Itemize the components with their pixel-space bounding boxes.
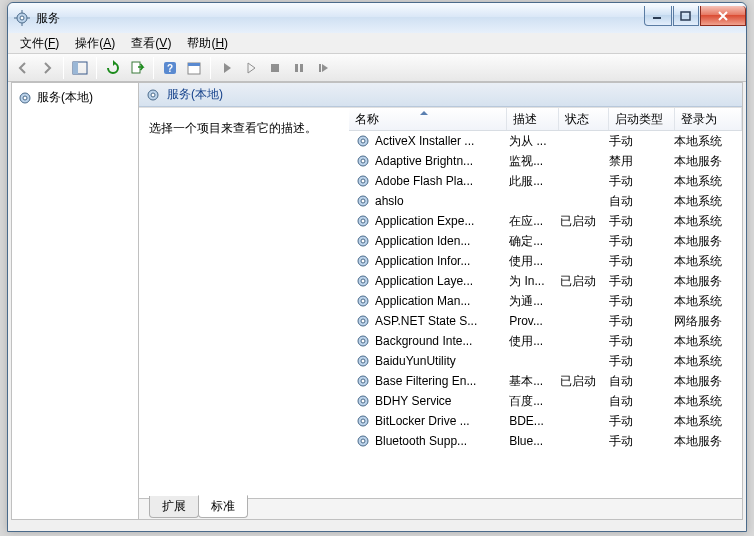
svg-rect-7 bbox=[681, 12, 690, 20]
service-row[interactable]: Adobe Flash Pla...此服...手动本地系统 bbox=[349, 171, 742, 191]
svg-rect-6 bbox=[653, 17, 661, 19]
col-name[interactable]: 名称 bbox=[349, 108, 507, 130]
svg-point-52 bbox=[361, 419, 365, 423]
menu-help[interactable]: 帮助(H) bbox=[179, 33, 236, 54]
stop-service-button[interactable] bbox=[263, 56, 287, 80]
tabs: 扩展 标准 bbox=[139, 498, 742, 519]
col-logon[interactable]: 登录为 bbox=[675, 108, 742, 130]
service-row[interactable]: Application Expe...在应...已启动手动本地系统 bbox=[349, 211, 742, 231]
service-row[interactable]: BitLocker Drive ...BDE...手动本地系统 bbox=[349, 411, 742, 431]
cell-desc: Prov... bbox=[503, 314, 554, 328]
cell-status: 已启动 bbox=[554, 273, 603, 290]
cell-logon: 本地系统 bbox=[668, 353, 742, 370]
cell-startup: 手动 bbox=[603, 133, 668, 150]
svg-point-24 bbox=[361, 139, 365, 143]
cell-desc: BDE... bbox=[503, 414, 554, 428]
service-row[interactable]: Application Iden...确定...手动本地服务 bbox=[349, 231, 742, 251]
service-row[interactable]: ActiveX Installer ...为从 ...手动本地系统 bbox=[349, 131, 742, 151]
start-service-alt-button[interactable] bbox=[239, 56, 263, 80]
back-button[interactable] bbox=[11, 56, 35, 80]
menu-file[interactable]: 文件(F) bbox=[12, 33, 67, 54]
cell-startup: 自动 bbox=[603, 193, 668, 210]
service-icon bbox=[355, 133, 371, 149]
cell-logon: 本地系统 bbox=[668, 193, 742, 210]
tab-extended[interactable]: 扩展 bbox=[149, 496, 199, 518]
service-row[interactable]: ASP.NET State S...Prov...手动网络服务 bbox=[349, 311, 742, 331]
titlebar[interactable]: 服务 bbox=[8, 3, 746, 33]
service-row[interactable]: Application Laye...为 In...已启动手动本地服务 bbox=[349, 271, 742, 291]
cell-name: BaiduYunUtility bbox=[349, 353, 503, 369]
service-list[interactable]: ActiveX Installer ...为从 ...手动本地系统Adaptiv… bbox=[349, 131, 742, 498]
description-pane: 选择一个项目来查看它的描述。 bbox=[139, 108, 349, 498]
body: 服务(本地) 服务(本地) 选择一个项目来查看它的描述。 名称 描述 状态 启动… bbox=[11, 82, 743, 520]
cell-name: Application Laye... bbox=[349, 273, 503, 289]
cell-startup: 手动 bbox=[603, 213, 668, 230]
service-row[interactable]: Application Man...为通...手动本地系统 bbox=[349, 291, 742, 311]
svg-point-54 bbox=[361, 439, 365, 443]
tab-standard[interactable]: 标准 bbox=[198, 495, 248, 518]
show-hide-tree-button[interactable] bbox=[68, 56, 92, 80]
window-controls bbox=[643, 6, 746, 26]
cell-desc: Blue... bbox=[503, 434, 554, 448]
maximize-button[interactable] bbox=[673, 6, 699, 26]
col-desc[interactable]: 描述 bbox=[507, 108, 559, 130]
svg-text:?: ? bbox=[167, 63, 173, 74]
service-row[interactable]: Base Filtering En...基本...已启动自动本地服务 bbox=[349, 371, 742, 391]
svg-point-28 bbox=[361, 179, 365, 183]
cell-name: Application Man... bbox=[349, 293, 503, 309]
cell-startup: 手动 bbox=[603, 353, 668, 370]
svg-point-38 bbox=[361, 279, 365, 283]
service-icon bbox=[355, 233, 371, 249]
service-row[interactable]: Bluetooth Supp...Blue...手动本地服务 bbox=[349, 431, 742, 451]
service-icon bbox=[355, 353, 371, 369]
cell-logon: 本地服务 bbox=[668, 373, 742, 390]
cell-logon: 本地系统 bbox=[668, 293, 742, 310]
content: 选择一个项目来查看它的描述。 名称 描述 状态 启动类型 登录为 ActiveX… bbox=[139, 107, 742, 498]
export-list-button[interactable] bbox=[125, 56, 149, 80]
svg-rect-18 bbox=[319, 64, 321, 72]
service-row[interactable]: BDHY Service百度...自动本地系统 bbox=[349, 391, 742, 411]
cell-desc: 此服... bbox=[503, 173, 554, 190]
service-row[interactable]: ahslo自动本地系统 bbox=[349, 191, 742, 211]
service-row[interactable]: Application Infor...使用...手动本地系统 bbox=[349, 251, 742, 271]
nav-root[interactable]: 服务(本地) bbox=[14, 87, 136, 108]
forward-button[interactable] bbox=[35, 56, 59, 80]
service-row[interactable]: Adaptive Brightn...监视...禁用本地服务 bbox=[349, 151, 742, 171]
svg-point-30 bbox=[361, 199, 365, 203]
service-row[interactable]: BaiduYunUtility手动本地系统 bbox=[349, 351, 742, 371]
services-icon bbox=[145, 87, 161, 103]
cell-startup: 手动 bbox=[603, 273, 668, 290]
nav-root-label: 服务(本地) bbox=[37, 89, 93, 106]
cell-desc: 使用... bbox=[503, 333, 554, 350]
toolbar-divider bbox=[63, 57, 64, 79]
restart-service-button[interactable] bbox=[311, 56, 335, 80]
menu-view[interactable]: 查看(V) bbox=[123, 33, 179, 54]
svg-point-48 bbox=[361, 379, 365, 383]
cell-logon: 本地系统 bbox=[668, 393, 742, 410]
service-icon bbox=[355, 293, 371, 309]
svg-rect-17 bbox=[300, 64, 303, 72]
close-button[interactable] bbox=[700, 6, 746, 26]
cell-name: Application Iden... bbox=[349, 233, 503, 249]
cell-logon: 本地系统 bbox=[668, 413, 742, 430]
properties-button[interactable] bbox=[182, 56, 206, 80]
pause-service-button[interactable] bbox=[287, 56, 311, 80]
cell-startup: 禁用 bbox=[603, 153, 668, 170]
col-startup[interactable]: 启动类型 bbox=[609, 108, 675, 130]
cell-desc: 百度... bbox=[503, 393, 554, 410]
nav-tree[interactable]: 服务(本地) bbox=[12, 83, 139, 519]
refresh-button[interactable] bbox=[101, 56, 125, 80]
service-icon bbox=[355, 193, 371, 209]
window-title: 服务 bbox=[36, 10, 643, 27]
toolbar: ? bbox=[8, 54, 746, 82]
start-service-button[interactable] bbox=[215, 56, 239, 80]
cell-name: Background Inte... bbox=[349, 333, 503, 349]
help-button[interactable]: ? bbox=[158, 56, 182, 80]
cell-startup: 手动 bbox=[603, 413, 668, 430]
cell-name: BitLocker Drive ... bbox=[349, 413, 503, 429]
service-icon bbox=[355, 333, 371, 349]
col-status[interactable]: 状态 bbox=[559, 108, 609, 130]
service-row[interactable]: Background Inte...使用...手动本地系统 bbox=[349, 331, 742, 351]
menu-action[interactable]: 操作(A) bbox=[67, 33, 123, 54]
minimize-button[interactable] bbox=[644, 6, 672, 26]
